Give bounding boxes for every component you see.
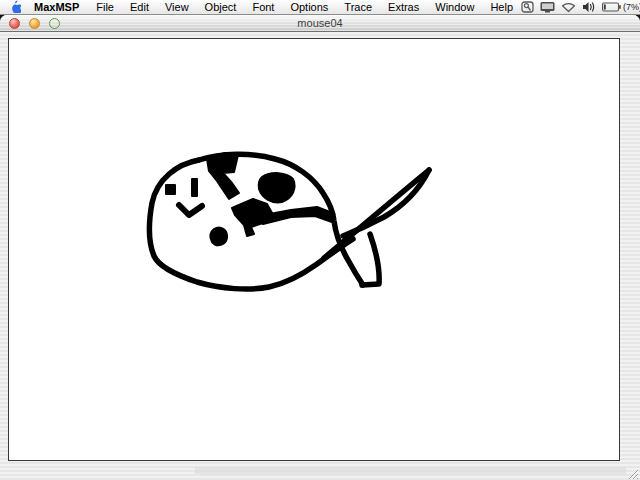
menu-extras[interactable]: Extras [380, 0, 427, 14]
window-title: mouse04 [297, 17, 342, 29]
close-button[interactable] [9, 18, 20, 29]
fish-tail-top-line [324, 170, 429, 258]
menu-options[interactable]: Options [282, 0, 336, 14]
fish-mark-tick [192, 179, 197, 196]
window-titlebar[interactable]: mouse04 [0, 15, 640, 32]
menu-help[interactable]: Help [482, 0, 521, 14]
menu-object[interactable]: Object [197, 0, 245, 14]
volume-menu-icon[interactable] [582, 1, 596, 13]
fish-mark-check [179, 205, 202, 215]
apple-menu[interactable] [0, 0, 28, 14]
drawing-canvas[interactable] [8, 38, 620, 461]
displays-menu-icon[interactable] [540, 1, 555, 13]
fish-mark-square-dot [166, 185, 175, 194]
menu-trace[interactable]: Trace [336, 0, 380, 14]
menu-app-name[interactable]: MaxMSP [28, 0, 88, 14]
zoom-button[interactable] [49, 18, 60, 29]
patcher-window: mouse04 [0, 15, 640, 480]
menu-view[interactable]: View [157, 0, 197, 14]
fish-mark-small-blob [210, 228, 227, 246]
menubar-status-area: (7%) A 10:19 [521, 0, 640, 14]
resize-grip[interactable] [626, 466, 639, 479]
battery-icon [602, 2, 621, 12]
fish-sketch [9, 39, 619, 460]
apple-icon [9, 0, 21, 15]
window-content [0, 32, 640, 480]
menu-font[interactable]: Font [244, 0, 282, 14]
airport-menu-icon[interactable] [561, 1, 576, 13]
fish-tail-lower-fin [362, 234, 379, 285]
bottom-scroll-shade [195, 467, 626, 474]
menubar-left: MaxMSP File Edit View Object Font Option… [0, 0, 521, 14]
traffic-lights [9, 18, 60, 29]
menubar: MaxMSP File Edit View Object Font Option… [0, 0, 640, 15]
menu-edit[interactable]: Edit [122, 0, 157, 14]
fish-mark-top-blob [207, 153, 239, 199]
minimize-button[interactable] [29, 18, 40, 29]
menu-window[interactable]: Window [427, 0, 482, 14]
fish-mark-right-blob [259, 173, 295, 202]
battery-menu-item[interactable]: (7%) [602, 2, 640, 12]
battery-percent: (7%) [623, 2, 640, 12]
classic-menu-icon[interactable] [521, 1, 534, 13]
menu-file[interactable]: File [88, 0, 122, 14]
desktop-screen: MaxMSP File Edit View Object Font Option… [0, 0, 640, 480]
